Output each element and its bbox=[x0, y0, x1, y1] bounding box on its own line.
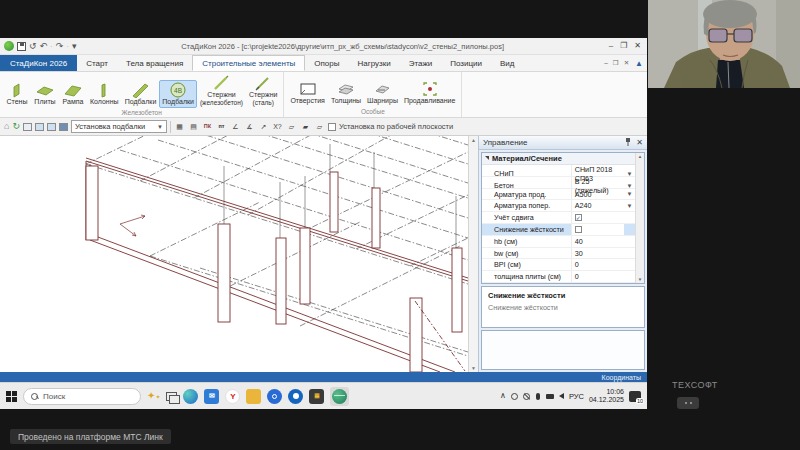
camera-icon[interactable] bbox=[546, 394, 554, 399]
scroll-down-icon[interactable]: ▼ bbox=[471, 365, 476, 371]
columns-button[interactable]: Колонны bbox=[87, 80, 122, 108]
snap-grid-icon[interactable]: ▦ bbox=[174, 123, 185, 130]
clock-tray-icon[interactable] bbox=[511, 393, 518, 400]
doc-close-button[interactable]: ✕ bbox=[624, 59, 629, 67]
work-plane-checkbox[interactable] bbox=[328, 123, 336, 131]
workplane1-icon[interactable]: ▱ bbox=[286, 123, 297, 130]
property-row-slab-thickness[interactable]: толщина плиты (см) 0 bbox=[482, 271, 635, 283]
doc-minimize-button[interactable]: – bbox=[604, 59, 608, 67]
snap-axis-icon[interactable]: ↗ bbox=[258, 123, 269, 130]
clock[interactable]: 10:06 04.12.2025 bbox=[589, 388, 624, 405]
shear-checkbox[interactable]: ✓ bbox=[575, 214, 582, 221]
mail-app-icon[interactable]: ✉ bbox=[204, 389, 219, 404]
scroll-up-icon[interactable]: ▲ bbox=[638, 154, 642, 159]
redo-icon[interactable]: ↷ bbox=[56, 42, 64, 51]
more-options-button[interactable] bbox=[677, 397, 699, 409]
ramp-button[interactable]: Рампа bbox=[59, 80, 87, 108]
refresh-icon[interactable]: ↺ bbox=[29, 42, 37, 51]
snap-raster-icon[interactable]: ▤ bbox=[188, 123, 199, 130]
snap-pk-icon[interactable]: ПК bbox=[202, 124, 213, 130]
language-indicator[interactable]: РУС bbox=[569, 392, 584, 401]
property-row-stiffness[interactable]: Снижение жёсткости bbox=[482, 224, 635, 236]
property-row-concrete[interactable]: Бетон В 25 (тяжелый) ▼ bbox=[482, 177, 635, 189]
scroll-down-icon[interactable]: ▼ bbox=[638, 277, 642, 282]
doc-restore-button[interactable]: ❐ bbox=[613, 59, 619, 67]
snap-pt-icon[interactable]: пт bbox=[216, 124, 227, 130]
edge-browser-icon[interactable] bbox=[183, 389, 198, 404]
panel-close-icon[interactable]: ✕ bbox=[636, 139, 643, 147]
property-row-snip[interactable]: СНиП СНиП 2018 СП63 ▼ bbox=[482, 165, 635, 177]
notifications-off-icon[interactable] bbox=[523, 393, 530, 400]
canvas-scrollbar[interactable]: ▲ ▼ bbox=[468, 136, 478, 372]
pin-icon[interactable] bbox=[625, 138, 631, 148]
property-row-bw[interactable]: bw (см) 30 bbox=[482, 248, 635, 260]
walls-button[interactable]: Стены bbox=[3, 80, 31, 108]
restore-button[interactable]: ❐ bbox=[620, 42, 627, 50]
tab-solids-of-revolution[interactable]: Тела вращения bbox=[117, 55, 192, 71]
chevron-down-icon[interactable]: ▼ bbox=[624, 191, 635, 197]
task-view-icon[interactable] bbox=[166, 392, 177, 401]
speaker-icon[interactable] bbox=[559, 393, 564, 399]
scroll-up-icon[interactable]: ▲ bbox=[471, 137, 476, 143]
model-canvas[interactable] bbox=[0, 136, 468, 372]
workplane2-icon[interactable]: ▰ bbox=[300, 123, 311, 130]
property-row-rebar-trans[interactable]: Арматура попер. A240 ▼ bbox=[482, 200, 635, 212]
microphone-icon[interactable] bbox=[536, 393, 540, 400]
chevron-down-icon[interactable]: ▼ bbox=[624, 203, 635, 209]
editor-app-icon[interactable]: ≣ bbox=[309, 389, 324, 404]
minimize-button[interactable]: – bbox=[609, 42, 613, 50]
workplane3-icon[interactable]: ▱ bbox=[314, 123, 325, 130]
tools-app-icon[interactable] bbox=[246, 389, 261, 404]
property-row-bpi[interactable]: BPI (см) 0 bbox=[482, 259, 635, 271]
grid-scrollbar[interactable]: ▲ ▼ bbox=[635, 153, 644, 283]
property-row-rebar-long[interactable]: Арматура прод. A500 ▼ bbox=[482, 189, 635, 201]
tab-structural-elements[interactable]: Строительные элементы bbox=[192, 55, 305, 71]
undo-icon[interactable]: ↶ bbox=[40, 42, 48, 51]
stadicon-taskbar-icon[interactable] bbox=[332, 389, 347, 404]
close-button[interactable]: ✕ bbox=[634, 42, 641, 50]
mode-dropdown[interactable]: Установка подбалки ▼ bbox=[71, 120, 167, 133]
tab-supports[interactable]: Опоры bbox=[305, 55, 348, 71]
downstand-beams-4b-button-selected[interactable]: 4B Подбалки bbox=[159, 80, 197, 108]
taskbar-search-input[interactable]: Поиск bbox=[23, 388, 141, 405]
view-front-icon[interactable] bbox=[35, 123, 44, 131]
browser-app-icon[interactable] bbox=[288, 389, 303, 404]
tab-view[interactable]: Вид bbox=[491, 55, 523, 71]
thickness-button[interactable]: Толщины bbox=[328, 79, 364, 107]
tray-expand-icon[interactable]: ∧ bbox=[500, 392, 506, 400]
category-material-section[interactable]: Материал/Сечение bbox=[482, 153, 635, 165]
tab-loads[interactable]: Нагрузки bbox=[349, 55, 400, 71]
qat-dropdown-icon[interactable]: ▾ bbox=[72, 42, 77, 51]
rebar-steel-button[interactable]: Стержни (сталь) bbox=[246, 73, 280, 108]
rebar-concrete-button[interactable]: Стержни (железобетон) bbox=[197, 73, 246, 108]
snap-angle2-icon[interactable]: ∡ bbox=[244, 123, 255, 130]
tab-storeys[interactable]: Этажи bbox=[400, 55, 442, 71]
home-icon[interactable]: ⌂ bbox=[4, 122, 9, 131]
copilot-icon[interactable]: ✦✦ bbox=[147, 391, 160, 401]
refresh-view-icon[interactable]: ↻ bbox=[12, 122, 20, 131]
save-icon[interactable] bbox=[17, 42, 26, 51]
hinges-button[interactable]: Шарниры bbox=[364, 79, 401, 107]
view-top-icon[interactable] bbox=[23, 123, 32, 131]
snap-angle-icon[interactable]: ∠ bbox=[230, 123, 241, 130]
windows-start-button[interactable] bbox=[6, 391, 17, 402]
tab-positions[interactable]: Позиции bbox=[441, 55, 491, 71]
blue-app-icon[interactable] bbox=[267, 389, 282, 404]
ribbon-collapse-icon[interactable]: ▲ bbox=[635, 59, 643, 68]
openings-button[interactable]: Отверстия bbox=[287, 79, 327, 107]
view-side-icon[interactable] bbox=[47, 123, 56, 131]
stiffness-checkbox[interactable] bbox=[575, 226, 582, 233]
notification-center-icon[interactable]: 10 bbox=[629, 391, 641, 402]
view-iso-icon[interactable] bbox=[59, 123, 68, 131]
downstand-beams-button[interactable]: Подбалки bbox=[122, 80, 160, 108]
property-row-hb[interactable]: hb (см) 40 bbox=[482, 236, 635, 248]
punching-shear-button[interactable]: Продавливание bbox=[401, 79, 458, 107]
snap-coord-icon[interactable]: X? bbox=[272, 123, 283, 130]
property-row-shear[interactable]: Учёт сдвига ✓ bbox=[482, 212, 635, 224]
yandex-browser-icon[interactable]: Y bbox=[225, 389, 240, 404]
tab-start[interactable]: Старт bbox=[77, 55, 117, 71]
slabs-button[interactable]: Плиты bbox=[31, 80, 59, 108]
tab-stadicon-menu[interactable]: СтаДиКон 2026 bbox=[0, 55, 77, 71]
category-expand-icon[interactable] bbox=[485, 156, 489, 160]
svg-text:4B: 4B bbox=[174, 87, 182, 94]
